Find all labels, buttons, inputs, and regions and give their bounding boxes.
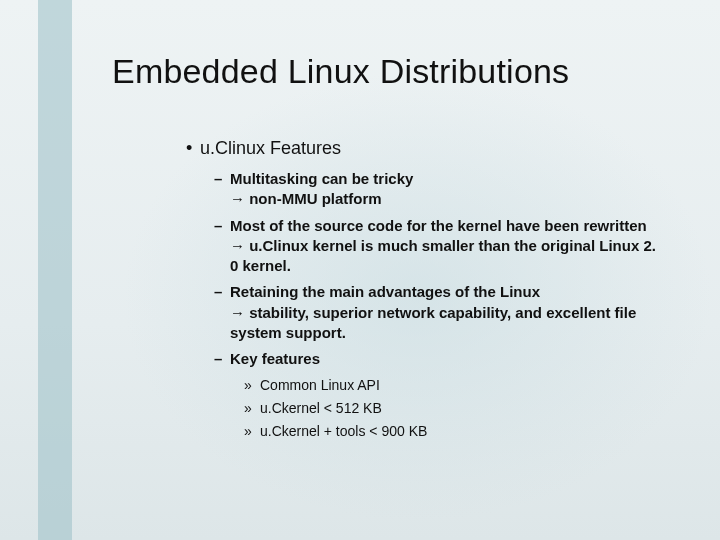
accent-band [38,0,72,540]
bullet-dot-icon: • [186,138,200,159]
subfeature-item: »u.Ckernel + tools < 900 KB [244,421,666,442]
dash-icon: – [214,282,230,302]
subfeature-text: u.Ckernel < 512 KB [260,400,382,416]
raquo-icon: » [244,421,260,442]
feature-text: Key features [230,350,320,367]
feature-text: Multitasking can be tricky [230,170,413,187]
dash-icon: – [214,169,230,189]
slide-title: Embedded Linux Distributions [112,52,569,91]
feature-text: Retaining the main advantages of the Lin… [230,283,540,300]
section-label: u.Clinux Features [200,138,341,158]
slide: Embedded Linux Distributions •u.Clinux F… [0,0,720,540]
subfeature-item: »Common Linux API [244,375,666,396]
raquo-icon: » [244,375,260,396]
feature-text-cont: → u.Clinux kernel is much smaller than t… [230,236,666,277]
feature-item: –Multitasking can be tricky → non-MMU pl… [214,169,666,210]
raquo-icon: » [244,398,260,419]
feature-item: –Most of the source code for the kernel … [214,216,666,277]
dash-icon: – [214,349,230,369]
slide-content: •u.Clinux Features –Multitasking can be … [186,138,666,444]
feature-text-cont: → non-MMU platform [230,189,666,209]
feature-item: –Key features [214,349,666,369]
subfeature-text: Common Linux API [260,377,380,393]
subfeature-text: u.Ckernel + tools < 900 KB [260,423,427,439]
section-heading: •u.Clinux Features [186,138,666,159]
subfeature-item: »u.Ckernel < 512 KB [244,398,666,419]
feature-text-cont: → stability, superior network capability… [230,303,666,344]
feature-item: –Retaining the main advantages of the Li… [214,282,666,343]
dash-icon: – [214,216,230,236]
feature-text: Most of the source code for the kernel h… [230,217,647,234]
